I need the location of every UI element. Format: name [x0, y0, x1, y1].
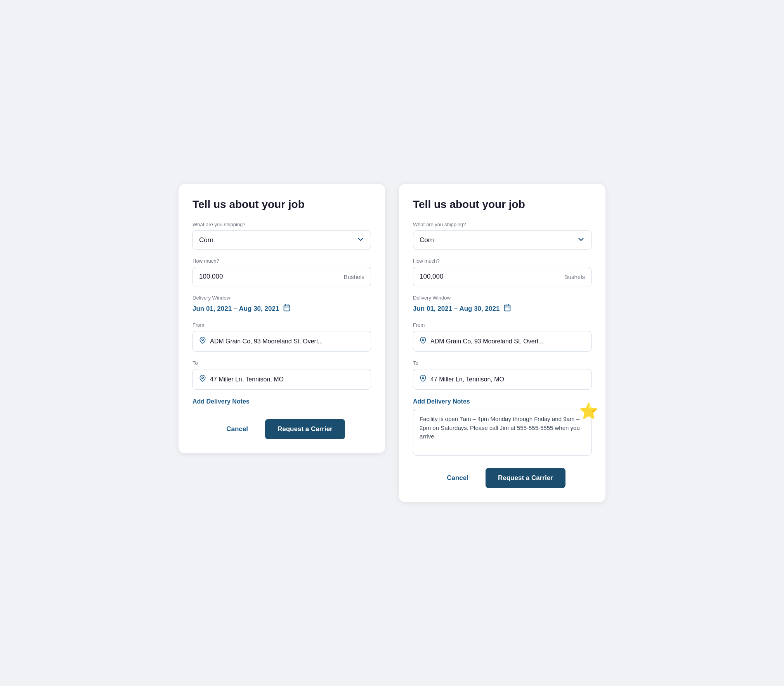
calendar-icon-left	[283, 304, 291, 314]
delivery-window-field-left: Delivery Window Jun 01, 2021 – Aug 30, 2…	[193, 295, 371, 314]
add-notes-label-right: Add Delivery Notes	[413, 398, 591, 405]
to-field-left: To 47 Miller Ln, Tennison, MO	[193, 360, 371, 390]
shipping-label-left: What are you shipping?	[193, 222, 371, 227]
shipping-field-left: What are you shipping? Corn Soybeans Whe…	[193, 222, 371, 249]
from-text-right: ADM Grain Co, 93 Mooreland St. Overl...	[430, 338, 543, 345]
from-label-left: From	[193, 322, 371, 328]
from-input-wrapper-right[interactable]: ADM Grain Co, 93 Mooreland St. Overl...	[413, 331, 591, 352]
how-much-label-left: How much?	[193, 258, 371, 264]
delivery-window-field-right: Delivery Window Jun 01, 2021 – Aug 30, 2…	[413, 295, 591, 314]
how-much-suffix-right: Bushels	[558, 268, 591, 286]
how-much-field-right: How much? Bushels	[413, 258, 591, 286]
how-much-input-left[interactable]	[193, 267, 338, 286]
request-button-right[interactable]: Request a Carrier	[486, 468, 565, 488]
card-left-title: Tell us about your job	[193, 198, 371, 211]
delivery-notes-textarea-right[interactable]	[413, 409, 591, 456]
to-label-right: To	[413, 360, 591, 366]
how-much-suffix-left: Bushels	[338, 268, 371, 286]
pin-icon-to-left	[199, 375, 206, 384]
shipping-select-wrapper-left: Corn Soybeans Wheat Milo	[193, 230, 371, 249]
to-input-wrapper-left[interactable]: 47 Miller Ln, Tennison, MO	[193, 369, 371, 390]
to-text-right: 47 Miller Ln, Tennison, MO	[430, 376, 504, 383]
card-actions-right: Cancel Request a Carrier	[413, 468, 591, 488]
svg-rect-0	[284, 305, 290, 311]
how-much-input-right[interactable]	[413, 267, 558, 286]
pin-icon-from-left	[199, 337, 206, 346]
request-button-left[interactable]: Request a Carrier	[265, 419, 345, 439]
to-label-left: To	[193, 360, 371, 366]
svg-point-10	[422, 339, 424, 341]
add-notes-field-left: Add Delivery Notes	[193, 398, 371, 408]
delivery-window-text-left: Jun 01, 2021 – Aug 30, 2021	[193, 305, 279, 313]
how-much-field-left: How much? Bushels	[193, 258, 371, 286]
delivery-window-value-right[interactable]: Jun 01, 2021 – Aug 30, 2021	[413, 304, 591, 314]
from-field-left: From ADM Grain Co, 93 Mooreland St. Over…	[193, 322, 371, 352]
how-much-label-right: How much?	[413, 258, 591, 264]
shipping-select-left[interactable]: Corn Soybeans Wheat Milo	[193, 230, 371, 249]
pin-icon-from-right	[420, 337, 427, 346]
how-much-input-wrapper-right: Bushels	[413, 267, 591, 286]
delivery-window-value-left[interactable]: Jun 01, 2021 – Aug 30, 2021	[193, 304, 371, 314]
card-right-title: Tell us about your job	[413, 198, 591, 211]
shipping-field-right: What are you shipping? Corn Soybeans Whe…	[413, 222, 591, 249]
calendar-icon-right	[503, 304, 511, 314]
how-much-input-wrapper-left: Bushels	[193, 267, 371, 286]
shipping-label-right: What are you shipping?	[413, 222, 591, 227]
svg-point-4	[202, 339, 204, 341]
delivery-window-label-left: Delivery Window	[193, 295, 371, 301]
from-input-wrapper-left[interactable]: ADM Grain Co, 93 Mooreland St. Overl...	[193, 331, 371, 352]
add-notes-link-left[interactable]: Add Delivery Notes	[193, 398, 250, 405]
svg-point-11	[422, 377, 424, 379]
from-label-right: From	[413, 322, 591, 328]
page-container: Tell us about your job What are you ship…	[179, 184, 605, 502]
card-actions-left: Cancel Request a Carrier	[193, 419, 371, 439]
from-text-left: ADM Grain Co, 93 Mooreland St. Overl...	[210, 338, 323, 345]
to-text-left: 47 Miller Ln, Tennison, MO	[210, 376, 284, 383]
star-badge-right: ⭐	[579, 402, 598, 420]
pin-icon-to-right	[420, 375, 427, 384]
delivery-window-text-right: Jun 01, 2021 – Aug 30, 2021	[413, 305, 500, 313]
shipping-select-wrapper-right: Corn Soybeans Wheat Milo	[413, 230, 591, 249]
notes-area-wrapper-right: ⭐	[413, 409, 591, 457]
cancel-button-right[interactable]: Cancel	[439, 469, 476, 487]
from-field-right: From ADM Grain Co, 93 Mooreland St. Over…	[413, 322, 591, 352]
svg-rect-6	[505, 305, 510, 311]
to-input-wrapper-right[interactable]: 47 Miller Ln, Tennison, MO	[413, 369, 591, 390]
add-notes-field-right: Add Delivery Notes ⭐	[413, 398, 591, 457]
delivery-window-label-right: Delivery Window	[413, 295, 591, 301]
to-field-right: To 47 Miller Ln, Tennison, MO	[413, 360, 591, 390]
shipping-select-right[interactable]: Corn Soybeans Wheat Milo	[413, 230, 591, 249]
card-left: Tell us about your job What are you ship…	[179, 184, 385, 454]
card-right: Tell us about your job What are you ship…	[399, 184, 605, 502]
cancel-button-left[interactable]: Cancel	[219, 420, 256, 438]
svg-point-5	[202, 377, 204, 379]
